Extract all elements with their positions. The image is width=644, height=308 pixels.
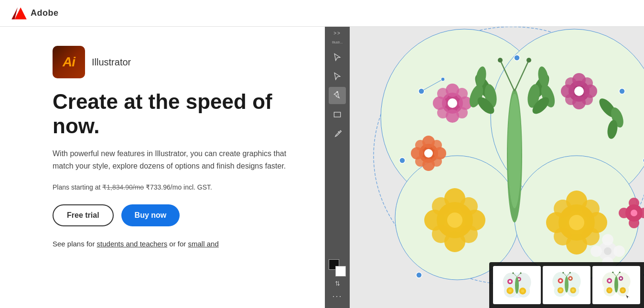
svg-point-82	[629, 198, 639, 208]
svg-point-19	[437, 107, 449, 118]
svg-point-127	[559, 279, 562, 282]
sale-price: ₹733.96/mo incl. GST.	[146, 183, 212, 191]
svg-rect-4	[334, 112, 340, 117]
app-name: Illustrator	[92, 57, 131, 68]
svg-point-144	[608, 279, 611, 282]
illustrator-icon-text: Ai	[63, 54, 75, 70]
app-identity: Ai Illustrator	[53, 46, 296, 78]
direct-select-tool[interactable]	[329, 68, 346, 85]
svg-point-84	[619, 208, 629, 218]
svg-point-63	[460, 225, 478, 243]
svg-marker-156	[626, 295, 630, 298]
svg-point-91	[526, 58, 531, 63]
illustrator-toolbar: >> Illustr...	[325, 27, 350, 308]
more-options[interactable]: ···	[332, 291, 342, 301]
thumbnail-1[interactable]	[493, 266, 541, 304]
svg-point-121	[520, 272, 521, 274]
svg-point-146	[620, 277, 622, 279]
svg-point-3	[337, 91, 338, 93]
swap-colors-icon[interactable]: ⇄	[334, 281, 341, 286]
svg-point-148	[608, 289, 611, 292]
site-header: Adobe	[0, 0, 644, 27]
thumbnail-3[interactable]	[592, 266, 640, 304]
svg-point-20	[456, 107, 468, 118]
svg-point-129	[569, 277, 571, 279]
svg-point-60	[432, 197, 450, 215]
thumb-butterfly-1	[498, 270, 536, 301]
svg-point-120	[512, 272, 514, 274]
adobe-wordmark: Adobe	[31, 8, 59, 18]
svg-point-70	[554, 200, 572, 218]
rectangle-tool[interactable]	[329, 106, 346, 123]
svg-point-151	[614, 276, 618, 293]
left-panel: Ai Illustrator Create at the speed of no…	[0, 27, 325, 308]
svg-point-78	[590, 245, 602, 257]
pen-tool[interactable]	[329, 87, 346, 104]
svg-point-154	[612, 271, 613, 273]
svg-point-72	[554, 227, 572, 245]
svg-point-62	[432, 225, 450, 243]
svg-point-76	[602, 234, 613, 245]
toolbar-app-label: Illustr...	[332, 41, 343, 44]
svg-point-131	[559, 289, 562, 292]
svg-point-117	[515, 276, 519, 293]
original-price: ₹1,834.90/mo	[102, 183, 144, 191]
svg-point-150	[622, 289, 624, 292]
students-teachers-link[interactable]: students and teachers	[97, 240, 168, 248]
adobe-logo-icon	[11, 7, 27, 20]
thumbnail-2[interactable]	[543, 266, 590, 304]
svg-point-73	[581, 227, 600, 245]
canvas-area	[350, 27, 644, 308]
small-business-link[interactable]: small and	[188, 240, 219, 248]
svg-point-94	[619, 88, 625, 94]
svg-point-114	[508, 289, 511, 292]
svg-point-28	[431, 140, 442, 150]
svg-point-42	[565, 77, 577, 89]
svg-point-12	[448, 98, 457, 108]
svg-point-18	[456, 88, 468, 99]
svg-point-110	[509, 280, 511, 283]
svg-point-44	[565, 94, 577, 105]
svg-point-138	[569, 272, 571, 273]
svg-point-29	[415, 156, 426, 167]
footer-plan-links: See plans for students and teachers or f…	[53, 240, 296, 248]
svg-point-116	[521, 289, 524, 292]
pricing-text: Plans starting at ₹1,834.90/mo ₹733.96/m…	[53, 183, 296, 191]
svg-point-83	[629, 218, 639, 228]
svg-point-133	[572, 289, 575, 292]
svg-point-98	[416, 272, 422, 278]
illustrator-app-icon: Ai	[53, 46, 85, 78]
svg-point-75	[604, 247, 612, 255]
svg-point-37	[574, 86, 584, 96]
svg-point-55	[447, 212, 462, 228]
adobe-logo[interactable]: Adobe	[11, 7, 59, 20]
svg-point-17	[437, 88, 449, 99]
svg-point-61	[460, 197, 478, 215]
color-swatches: ⇄ ···	[329, 259, 346, 304]
hero-description: With powerful new features in Illustrato…	[53, 148, 291, 172]
svg-marker-0	[15, 7, 27, 19]
select-tool[interactable]	[329, 49, 346, 66]
toolbar-collapse[interactable]: >>	[333, 31, 341, 36]
thumb-butterfly-2	[547, 270, 586, 301]
buy-now-button[interactable]: Buy now	[121, 204, 180, 226]
svg-point-87	[508, 94, 521, 208]
svg-point-93	[514, 55, 520, 61]
svg-point-155	[619, 271, 621, 273]
main-content: Ai Illustrator Create at the speed of no…	[0, 27, 644, 308]
free-trial-button[interactable]: Free trial	[53, 204, 114, 226]
svg-point-30	[431, 156, 442, 167]
hero-headline: Create at the speed of now.	[53, 90, 296, 138]
stroke-color[interactable]	[335, 266, 346, 276]
right-panel: >> Illustr...	[325, 27, 644, 308]
svg-point-22	[424, 149, 433, 158]
svg-point-137	[562, 272, 564, 273]
svg-point-101	[441, 77, 445, 81]
svg-point-81	[631, 210, 637, 216]
cta-buttons: Free trial Buy now	[53, 204, 296, 226]
svg-point-65	[569, 215, 584, 230]
svg-point-43	[581, 77, 593, 89]
svg-point-45	[581, 94, 593, 105]
svg-point-71	[581, 200, 600, 218]
eyedropper-tool[interactable]	[329, 125, 346, 142]
